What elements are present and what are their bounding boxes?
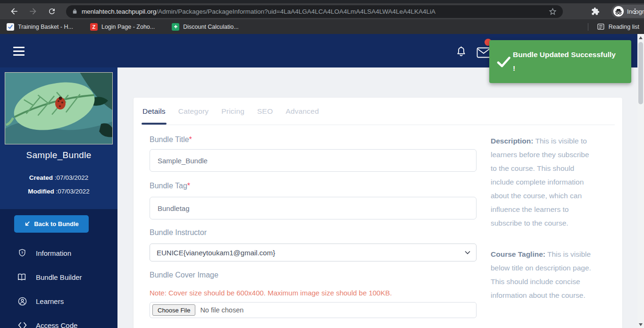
tab-category[interactable]: Category — [178, 107, 209, 116]
divider — [588, 23, 588, 31]
browser-window: menlahtech.teachpupil.org/Admin/Packages… — [0, 0, 644, 328]
sidebar-menu: Back to Bundle ? Information Bundle Buil… — [0, 209, 117, 328]
back-arrow-icon — [9, 7, 19, 16]
forward-button[interactable] — [28, 7, 38, 16]
tabs-divider — [141, 125, 615, 125]
bundle-title-input[interactable] — [150, 149, 477, 172]
messages-button[interactable] — [477, 47, 491, 60]
tabs-row: Details Category Pricing SEO Advanced — [134, 98, 622, 125]
back-to-bundle-label: Back to Bundle — [34, 220, 79, 227]
description-help-body: This is visible to learners before they … — [491, 137, 589, 227]
modified-value: :07/03/2022 — [56, 188, 89, 195]
bell-icon — [455, 46, 468, 59]
tab-pricing[interactable]: Pricing — [221, 107, 244, 116]
bookmark-label: Discount Calculatio... — [183, 24, 238, 30]
bookmark-training-basket[interactable]: Training Basket - H... — [7, 23, 73, 31]
forward-arrow-icon — [28, 7, 38, 16]
incognito-icon — [613, 6, 624, 17]
choose-file-button[interactable]: Choose File — [152, 304, 195, 316]
sidebar-item-information[interactable]: ? Information — [0, 246, 117, 260]
sidebar-item-label: Bundle Builder — [36, 273, 82, 281]
success-toast: Bundle Updated Successfully! — [489, 40, 631, 83]
back-button[interactable] — [9, 7, 19, 16]
shield-question-icon: ? — [17, 248, 27, 258]
reading-list-label: Reading list — [609, 24, 639, 30]
person-circle-icon — [17, 296, 27, 306]
url-path: /Admin/Packages/PackageInformation?uid=4… — [156, 8, 435, 15]
sidebar-item-bundle-builder[interactable]: Bundle Builder — [0, 270, 117, 284]
reload-icon — [48, 7, 56, 16]
svg-text:?: ? — [21, 251, 24, 255]
required-asterisk: * — [187, 182, 190, 190]
check-icon — [497, 56, 511, 68]
bundle-tag-input[interactable] — [150, 197, 477, 219]
required-asterisk: * — [189, 135, 192, 143]
description-help-text: Description: This is visible to learners… — [491, 134, 594, 230]
tab-advanced[interactable]: Advanced — [285, 107, 319, 116]
page-scrollbar[interactable] — [637, 34, 644, 328]
puzzle-icon — [591, 7, 600, 16]
scroll-down-arrow[interactable] — [637, 321, 644, 328]
active-tab-indicator — [142, 123, 167, 125]
bundle-title-label: Bundle Title* — [150, 135, 192, 144]
bookmark-star-icon[interactable] — [548, 7, 557, 16]
tagline-help-title: Course Tagline: — [491, 250, 545, 258]
reload-button[interactable] — [47, 7, 57, 16]
bundle-name: Sample_Bundle — [0, 150, 117, 160]
bookmarks-bar: Training Basket - H... Z Login Page - Zo… — [0, 19, 644, 34]
toast-line1: Bundle Updated Successfully — [513, 50, 616, 59]
sidebar-item-label: Access Code — [36, 321, 77, 328]
bookmark-zoho-login[interactable]: Z Login Page - Zoho... — [90, 23, 155, 31]
selected-instructor: EUNICE{vianeytoukam1@gmail.com} — [157, 249, 275, 257]
open-book-icon — [17, 272, 27, 282]
scroll-up-arrow[interactable] — [637, 34, 644, 41]
chevron-down-icon — [465, 251, 470, 254]
tab-details[interactable]: Details — [142, 107, 166, 116]
sidebar-item-access-code[interactable]: Access Code — [0, 319, 117, 328]
browser-toolbar: menlahtech.teachpupil.org/Admin/Packages… — [0, 3, 644, 19]
zoho-z-icon: Z — [90, 23, 98, 31]
envelope-icon — [477, 47, 491, 58]
address-bar[interactable]: menlahtech.teachpupil.org/Admin/Packages… — [66, 5, 563, 18]
bundle-cover-image — [5, 72, 113, 144]
bundle-instructor-label: Bundle Instructor — [150, 228, 207, 237]
label-text: Bundle Title — [150, 135, 189, 143]
window-frame — [0, 0, 644, 3]
file-status-text: No file chosen — [200, 306, 243, 314]
tagline-help-text: Course Tagline: This is visible below ti… — [491, 247, 594, 302]
extensions-button[interactable] — [591, 7, 600, 16]
three-dots-icon — [631, 8, 639, 15]
bookmark-label: Training Basket - H... — [18, 24, 73, 30]
bundle-instructor-select[interactable]: EUNICE{vianeytoukam1@gmail.com} — [150, 244, 477, 261]
toast-line2: ! — [513, 64, 515, 72]
created-label: Created — [29, 174, 53, 181]
modified-date: Modified :07/03/2022 — [0, 188, 117, 195]
arrow-down-left-icon — [24, 221, 30, 227]
browser-menu-button[interactable] — [630, 7, 640, 16]
sheet-plus-icon — [172, 23, 179, 31]
reading-list-icon — [597, 23, 605, 31]
cover-file-input[interactable]: Choose File No file chosen — [150, 302, 477, 318]
bookmark-discount-calculator[interactable]: Discount Calculatio... — [172, 23, 238, 31]
tab-seo[interactable]: SEO — [257, 107, 273, 116]
toast-message: Bundle Updated Successfully! — [513, 48, 627, 75]
description-help-title: Description: — [491, 137, 533, 145]
reading-list-button[interactable]: Reading list — [588, 19, 639, 34]
sidebar-item-label: Learners — [36, 297, 64, 305]
created-value: :07/03/2022 — [55, 174, 88, 181]
scrollbar-thumb[interactable] — [638, 42, 643, 104]
created-date: Created :07/03/2022 — [0, 174, 117, 181]
sidebar-item-label: Information — [36, 249, 71, 257]
cover-size-note: Note: Cover size should be 600x400. Maxi… — [150, 289, 392, 297]
code-brackets-icon — [17, 320, 27, 328]
hamburger-menu-icon[interactable] — [13, 47, 25, 58]
bundle-tag-label: Bundle Tag* — [150, 182, 190, 190]
back-to-bundle-button[interactable]: Back to Bundle — [14, 215, 89, 233]
lock-icon — [72, 8, 78, 15]
sidebar-bundle-card: Sample_Bundle Created :07/03/2022 Modifi… — [0, 67, 117, 209]
url-text: menlahtech.teachpupil.org/Admin/Packages… — [82, 8, 548, 15]
sidebar-item-learners[interactable]: Learners — [0, 294, 117, 308]
url-domain: menlahtech.teachpupil.org — [82, 8, 156, 15]
notifications-button[interactable] — [455, 46, 468, 60]
modified-label: Modified — [28, 188, 54, 195]
